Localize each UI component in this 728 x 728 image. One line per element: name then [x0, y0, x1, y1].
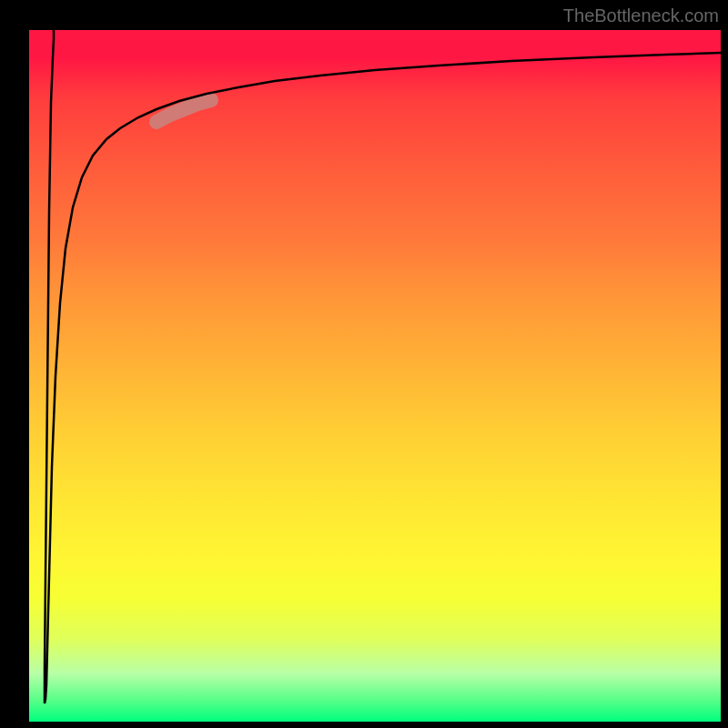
watermark-text: TheBottleneck.com — [563, 5, 719, 26]
chart-svg — [29, 30, 721, 722]
highlight-segment — [157, 100, 211, 122]
bottleneck-curve-line — [45, 30, 721, 703]
chart-plot-area — [29, 30, 721, 722]
